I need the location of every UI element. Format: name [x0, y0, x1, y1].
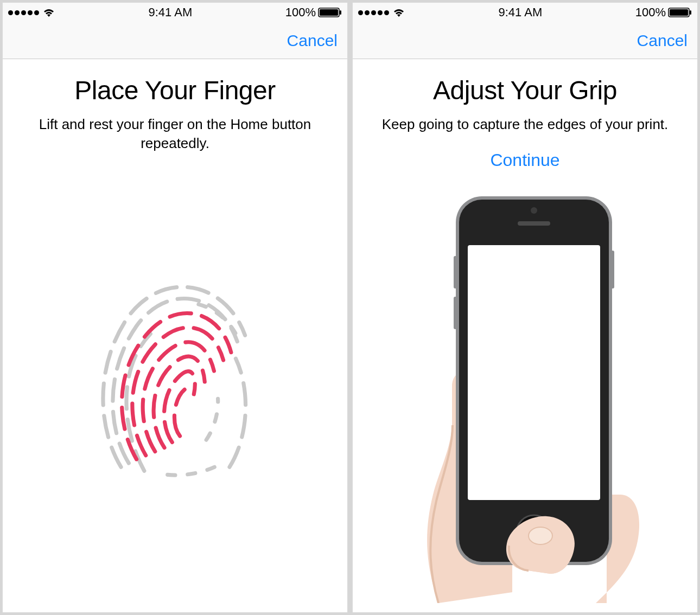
page-subtitle: Keep going to capture the edges of your …	[382, 115, 669, 134]
content-area: Adjust Your Grip Keep going to capture t…	[353, 59, 697, 612]
page-title: Place Your Finger	[74, 75, 275, 105]
content-area: Place Your Finger Lift and rest your fin…	[3, 59, 347, 612]
cancel-button[interactable]: Cancel	[287, 31, 338, 50]
fingerprint-icon	[88, 273, 262, 492]
signal-strength-icon	[358, 10, 389, 15]
battery-icon	[668, 8, 692, 17]
svg-rect-4	[670, 9, 688, 16]
page-subtitle: Lift and rest your finger on the Home bu…	[23, 115, 327, 153]
battery-pct: 100%	[635, 5, 666, 20]
wifi-icon	[392, 8, 405, 17]
touchid-setup-screen-2: 9:41 AM 100% Cancel Adjust Your Grip Kee…	[352, 2, 698, 613]
nav-bar: Cancel	[3, 22, 347, 59]
cancel-button[interactable]: Cancel	[637, 31, 688, 50]
phone-in-hand-icon	[400, 191, 650, 603]
continue-button[interactable]: Continue	[490, 150, 559, 170]
status-bar: 9:41 AM 100%	[353, 3, 697, 22]
svg-rect-5	[690, 10, 691, 15]
battery-pct: 100%	[285, 5, 316, 20]
svg-rect-12	[468, 245, 600, 500]
nav-bar: Cancel	[353, 22, 697, 59]
svg-point-14	[531, 207, 537, 214]
svg-point-16	[529, 527, 552, 544]
status-time: 9:41 AM	[499, 5, 543, 20]
wifi-icon	[42, 8, 55, 17]
touchid-setup-screen-1: 9:41 AM 100% Cancel Place Your Finger Li…	[2, 2, 348, 613]
status-bar: 9:41 AM 100%	[3, 3, 347, 22]
status-time: 9:41 AM	[149, 5, 193, 20]
svg-rect-1	[320, 9, 338, 16]
svg-rect-13	[518, 221, 550, 226]
signal-strength-icon	[8, 10, 39, 15]
page-title: Adjust Your Grip	[433, 75, 617, 105]
battery-icon	[318, 8, 342, 17]
svg-rect-2	[340, 10, 341, 15]
